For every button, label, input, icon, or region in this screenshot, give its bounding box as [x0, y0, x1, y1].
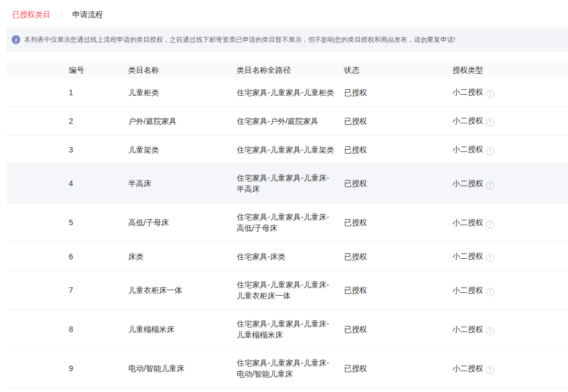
- row-number-cell: 9: [7, 349, 128, 388]
- row-number-cell: 5: [7, 203, 128, 242]
- table-row: 7 儿童衣柜床一体 住宅家具-儿童家具-儿童床-儿童衣柜床一体 已授权 小二授权…: [7, 271, 568, 310]
- category-path-cell: 住宅家具-床类: [237, 242, 344, 271]
- category-name-cell: 户外/庭院家具: [128, 107, 237, 135]
- help-icon[interactable]: ?: [486, 147, 494, 155]
- help-icon[interactable]: ?: [486, 220, 494, 228]
- auth-type-label: 小二授权: [452, 364, 483, 373]
- info-banner-text: 本列表中仅展示您通过线上流程申请的类目授权，之前通过线下邮寄资质已申请的类目暂不…: [24, 35, 455, 45]
- auth-type-cell: 小二授权?: [452, 349, 568, 388]
- auth-type-label: 小二授权: [452, 145, 483, 154]
- status-cell: 已授权: [344, 135, 452, 164]
- category-path-cell: 住宅家具-桌类: [237, 388, 344, 392]
- info-icon: i: [12, 35, 20, 44]
- category-path-cell: 住宅家具-儿童家具-儿童床-高低/子母床: [237, 203, 344, 242]
- auth-type-cell: 小二授权?: [452, 164, 568, 203]
- status-cell: 已授权: [344, 242, 452, 271]
- category-name-cell: 儿童衣柜床一体: [128, 271, 237, 310]
- status-cell: 已授权: [344, 310, 452, 349]
- auth-type-cell: 小二授权?: [452, 271, 568, 310]
- status-cell: 已授权: [344, 107, 452, 135]
- row-number-cell: 3: [7, 135, 128, 164]
- auth-type-cell: 小二授权?: [452, 203, 568, 242]
- category-path-cell: 住宅家具-儿童家具-儿童床-儿童衣柜床一体: [237, 271, 344, 310]
- auth-type-cell: 小二授权?: [452, 388, 568, 392]
- status-cell: 已授权: [344, 271, 452, 310]
- category-path-cell: 住宅家具-儿童家具-儿童架类: [237, 135, 344, 164]
- auth-type-label: 小二授权: [452, 252, 483, 260]
- status-cell: 已授权: [344, 203, 452, 242]
- auth-type-label: 小二授权: [452, 218, 483, 227]
- category-name-cell: 半高床: [128, 164, 237, 203]
- help-icon[interactable]: ?: [486, 254, 494, 262]
- table-row: 9 电动/智能儿童床 住宅家具-儿童家具-儿童床-电动/智能儿童床 已授权 小二…: [7, 349, 568, 388]
- tab-application-process[interactable]: 申请流程: [72, 9, 103, 20]
- auth-type-cell: 小二授权?: [452, 107, 568, 135]
- row-number-cell: 2: [7, 107, 128, 135]
- category-path-cell: 住宅家具-儿童家具-儿童柜类: [237, 78, 344, 107]
- row-number-cell: 1: [7, 78, 128, 107]
- table-row: 3 儿童架类 住宅家具-儿童家具-儿童架类 已授权 小二授权?: [7, 135, 568, 164]
- table-row: 5 高低/子母床 住宅家具-儿童家具-儿童床-高低/子母床 已授权 小二授权?: [7, 203, 568, 242]
- row-number-cell: 7: [7, 271, 128, 310]
- row-number-cell: 6: [7, 242, 128, 271]
- table-row: 8 儿童榻榻米床 住宅家具-儿童家具-儿童床-儿童榻榻米床 已授权 小二授权?: [7, 310, 568, 349]
- tab-authorized-categories[interactable]: 已授权类目: [12, 9, 51, 20]
- row-number-cell: 8: [7, 310, 128, 349]
- auth-type-label: 小二授权: [452, 88, 483, 96]
- authorized-categories-table: 编号 类目名称 类目名称全路径 状态 授权类型 1 儿童柜类 住宅家具-儿童家具…: [7, 62, 568, 392]
- category-path-cell: 住宅家具-儿童家具-儿童床-半高床: [237, 164, 344, 203]
- info-banner: i 本列表中仅展示您通过线上流程申请的类目授权，之前通过线下邮寄资质已申请的类目…: [7, 28, 568, 52]
- help-icon[interactable]: ?: [486, 366, 494, 374]
- table-row: 1 儿童柜类 住宅家具-儿童家具-儿童柜类 已授权 小二授权?: [7, 78, 568, 107]
- category-name-cell: 床类: [128, 242, 237, 271]
- category-name-cell: 高低/子母床: [128, 203, 237, 242]
- help-icon[interactable]: ?: [486, 181, 494, 189]
- column-header-number: 编号: [7, 62, 128, 78]
- table-row: 6 床类 住宅家具-床类 已授权 小二授权?: [7, 242, 568, 271]
- auth-type-cell: 小二授权?: [452, 242, 568, 271]
- table-row: 2 户外/庭院家具 住宅家具-户外/庭院家具 已授权 小二授权?: [7, 107, 568, 135]
- auth-type-cell: 小二授权?: [452, 135, 568, 164]
- category-path-cell: 住宅家具-儿童家具-儿童床-儿童榻榻米床: [237, 310, 344, 349]
- table-row: 10 桌类 住宅家具-桌类 已授权 小二授权?: [7, 388, 568, 392]
- auth-type-label: 小二授权: [452, 325, 483, 334]
- category-name-cell: 电动/智能儿童床: [128, 349, 237, 388]
- table-header-row: 编号 类目名称 类目名称全路径 状态 授权类型: [7, 62, 568, 78]
- help-icon[interactable]: ?: [486, 327, 494, 335]
- column-header-status: 状态: [344, 62, 452, 78]
- auth-type-cell: 小二授权?: [452, 310, 568, 349]
- status-cell: 已授权: [344, 388, 452, 392]
- category-name-cell: 儿童柜类: [128, 78, 237, 107]
- row-number-cell: 10: [7, 388, 128, 392]
- help-icon[interactable]: ?: [486, 118, 494, 127]
- row-number-cell: 4: [7, 164, 128, 203]
- category-name-cell: 桌类: [128, 388, 237, 392]
- auth-type-label: 小二授权: [452, 286, 483, 295]
- status-cell: 已授权: [344, 78, 452, 107]
- column-header-category-full-path: 类目名称全路径: [237, 62, 344, 78]
- category-path-cell: 住宅家具-儿童家具-儿童床-电动/智能儿童床: [237, 349, 344, 388]
- column-header-authorization-type: 授权类型: [452, 62, 568, 78]
- auth-type-cell: 小二授权?: [452, 78, 568, 107]
- help-icon[interactable]: ?: [486, 90, 494, 98]
- status-cell: 已授权: [344, 349, 452, 388]
- auth-type-label: 小二授权: [452, 116, 483, 125]
- table-row: 4 半高床 住宅家具-儿童家具-儿童床-半高床 已授权 小二授权?: [7, 164, 568, 203]
- category-name-cell: 儿童榻榻米床: [128, 310, 237, 349]
- help-icon[interactable]: ?: [486, 288, 494, 296]
- category-name-cell: 儿童架类: [128, 135, 237, 164]
- category-path-cell: 住宅家具-户外/庭院家具: [237, 107, 344, 135]
- column-header-category-name: 类目名称: [128, 62, 237, 78]
- status-cell: 已授权: [344, 164, 452, 203]
- auth-type-label: 小二授权: [452, 179, 483, 188]
- tab-separator: |: [61, 10, 62, 18]
- tab-bar: 已授权类目 | 申请流程: [0, 0, 568, 20]
